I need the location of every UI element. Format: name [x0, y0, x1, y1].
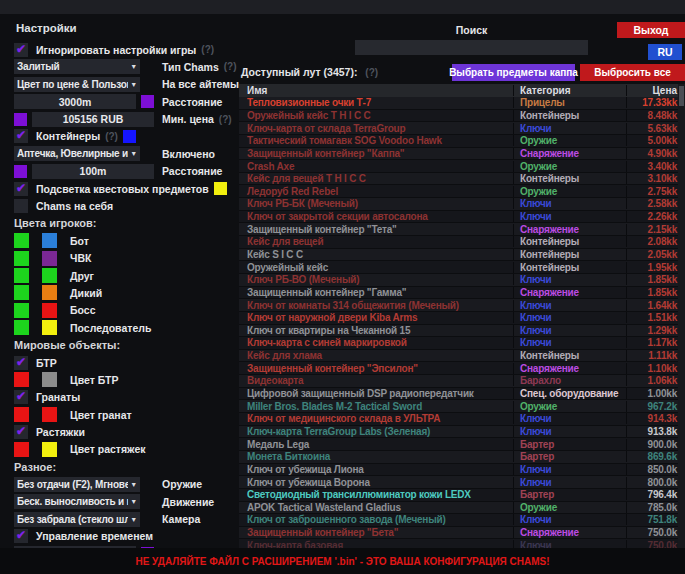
table-row[interactable]: Тепловизионные очки Т-7Прицелы17.33kk: [239, 97, 685, 110]
table-row[interactable]: Ключ РБ-ВО (Меченый)Ключи1.85kk: [239, 274, 685, 287]
table-row[interactable]: Ключ от наружной двери Kiba ArmsКлючи1.5…: [239, 312, 685, 325]
table-row[interactable]: Кейс для вещейКонтейнеры2.08kk: [239, 236, 685, 249]
table-row[interactable]: Защищенный контейнер "Тета"Снаряжение2.1…: [239, 223, 685, 236]
color-swatch[interactable]: [42, 407, 57, 422]
color-swatch[interactable]: [42, 268, 57, 283]
checkbox[interactable]: ✔: [14, 43, 28, 57]
table-row[interactable]: Ключ от заброшенного завода (Меченый)Клю…: [239, 514, 685, 527]
color-swatch[interactable]: [42, 442, 57, 457]
table-row[interactable]: Светодиодный трансиллюминатор кожи LEDXБ…: [239, 489, 685, 502]
item-name: Оружейный кейс: [239, 262, 513, 273]
item-price: 2.58kk: [626, 198, 685, 209]
color-swatch[interactable]: [141, 95, 154, 108]
color-swatch[interactable]: [123, 130, 136, 143]
table-row[interactable]: Защищенный контейнер "Каппа"Снаряжение4.…: [239, 148, 685, 161]
table-row[interactable]: Ключ от закрытой секции автосалонаКлючи2…: [239, 211, 685, 224]
item-name: Тактический томагавк SOG Voodoo Hawk: [239, 135, 513, 146]
color-swatch[interactable]: [42, 303, 57, 318]
table-row[interactable]: Miller Bros. Blades M-2 Tactical SwordОр…: [239, 400, 685, 413]
column-header-price[interactable]: Цена: [626, 85, 685, 96]
color-swatch[interactable]: [42, 320, 57, 335]
color-swatch[interactable]: [14, 303, 29, 318]
color-swatch[interactable]: [14, 285, 29, 300]
table-row[interactable]: APOK Tactical Wasteland GladiusОружие785…: [239, 502, 685, 515]
value-input[interactable]: 3000m: [14, 94, 136, 109]
table-row[interactable]: Тактический томагавк SOG Voodoo HawkОруж…: [239, 135, 685, 148]
color-swatch[interactable]: [42, 233, 57, 248]
dropdown[interactable]: Залитый▼: [14, 59, 140, 74]
table-row[interactable]: Кейс для хламаКонтейнеры1.11kk: [239, 350, 685, 363]
table-row[interactable]: Оружейный кейсКонтейнеры1.95kk: [239, 261, 685, 274]
checkbox[interactable]: [14, 199, 28, 213]
dropdown[interactable]: Без отдачи (F2), Мгновенное п▼: [14, 477, 140, 492]
checkbox[interactable]: ✔: [14, 529, 28, 543]
checkbox[interactable]: ✔: [14, 390, 28, 404]
scrollbar-thumb[interactable]: [679, 86, 684, 106]
table-row[interactable]: Ключ-карта базоваяКлючи750.0k: [239, 539, 685, 548]
checkbox[interactable]: ✔: [14, 425, 28, 439]
settings-row: Босс: [8, 302, 238, 319]
table-row[interactable]: ВидеокартаБарахло1.06kk: [239, 375, 685, 388]
color-swatch[interactable]: [14, 442, 29, 457]
column-header-name[interactable]: Имя: [239, 85, 513, 96]
table-row[interactable]: Защищенный контейнер "Бета"Снаряжение750…: [239, 527, 685, 540]
table-row[interactable]: Кейс для вещей T H I C CКонтейнеры3.10kk: [239, 173, 685, 186]
table-row[interactable]: Ключ от медицинского склада в УЛЬТРАКлюч…: [239, 413, 685, 426]
table-row[interactable]: Ключ от квартиры на Чеканной 15Ключи1.29…: [239, 325, 685, 338]
drop-all-button[interactable]: Выбросить все: [580, 64, 685, 81]
color-swatch[interactable]: [14, 251, 29, 266]
value-input[interactable]: 100m: [32, 164, 154, 179]
color-swatch[interactable]: [214, 182, 227, 195]
value-input[interactable]: 105156 RUB: [32, 112, 154, 127]
table-row[interactable]: Ключ РБ-БК (Меченый)Ключи2.58kk: [239, 198, 685, 211]
table-row[interactable]: Ключ-карта TerraGroup Labs (Зеленая)Ключ…: [239, 426, 685, 439]
settings-row: Друг: [8, 267, 238, 284]
table-row[interactable]: Цифровой защищенный DSP радиопередатчикС…: [239, 388, 685, 401]
select-kappa-items-button[interactable]: Выбрать предметы каппа: [452, 64, 575, 81]
color-swatch[interactable]: [14, 407, 29, 422]
color-swatch[interactable]: [14, 165, 27, 178]
item-price: 3.40kk: [626, 161, 685, 172]
table-row[interactable]: Кейс S I C CКонтейнеры2.05kk: [239, 249, 685, 262]
table-row[interactable]: Ключ-карта с синей маркировкойКлючи1.17k…: [239, 337, 685, 350]
color-swatch[interactable]: [14, 113, 27, 126]
settings-row: Цвет БТР: [8, 371, 238, 388]
color-swatch[interactable]: [42, 372, 57, 387]
item-category: Снаряжение: [513, 527, 626, 538]
checkbox[interactable]: ✔: [14, 356, 28, 370]
item-price: 800.0k: [626, 477, 685, 488]
dropdown-value: Аптечка, Ювелирные и...: [17, 148, 128, 159]
color-swatch[interactable]: [14, 320, 29, 335]
table-row[interactable]: Ключ от убежища ЛионаКлючи850.0k: [239, 464, 685, 477]
color-swatch[interactable]: [42, 285, 57, 300]
checkbox[interactable]: ✔: [14, 129, 28, 143]
color-swatch[interactable]: [14, 233, 29, 248]
color-swatch[interactable]: [42, 251, 57, 266]
table-row[interactable]: Монета БиткоинаБартер869.6k: [239, 451, 685, 464]
table-row[interactable]: Ключ-карта от склада TerraGroupКлючи5.63…: [239, 122, 685, 135]
color-swatch[interactable]: [14, 372, 29, 387]
table-row[interactable]: Защищенный контейнер "Гамма"Снаряжение1.…: [239, 287, 685, 300]
column-header-category[interactable]: Категория: [513, 85, 626, 96]
language-button[interactable]: RU: [648, 44, 682, 60]
control-label: Движение: [162, 496, 214, 508]
table-row[interactable]: Ледоруб Red RebelОружие2.75kk: [239, 185, 685, 198]
checkbox[interactable]: ✔: [14, 182, 28, 196]
table-row[interactable]: Медаль LegaБартер900.0k: [239, 438, 685, 451]
table-row[interactable]: Ключ от убежища ВоронаКлючи800.0k: [239, 476, 685, 489]
control-area: 3000m: [14, 94, 154, 109]
table-row[interactable]: Crash AxeОружие3.40kk: [239, 160, 685, 173]
color-swatch[interactable]: [14, 268, 29, 283]
dropdown[interactable]: Аптечка, Ювелирные и...▼: [14, 146, 140, 161]
exit-button[interactable]: Выход: [617, 22, 685, 38]
table-row[interactable]: Оружейный кейс T H I C CКонтейнеры8.48kk: [239, 110, 685, 123]
dropdown[interactable]: Без забрала (стекло шлема)▼: [14, 512, 140, 527]
item-category: Контейнеры: [513, 110, 626, 121]
dropdown[interactable]: Цвет по цене & Пользователь▼: [14, 77, 140, 92]
table-row[interactable]: Защищенный контейнер "Эпсилон"Снаряжение…: [239, 362, 685, 375]
item-price: 17.33kk: [626, 97, 685, 108]
dropdown[interactable]: Беск. выносливость и нет уста▼: [14, 494, 140, 509]
table-row[interactable]: Ключ от комнаты 314 общежития (Меченый)К…: [239, 299, 685, 312]
table-scrollbar[interactable]: [678, 84, 685, 548]
search-input[interactable]: [355, 40, 588, 55]
